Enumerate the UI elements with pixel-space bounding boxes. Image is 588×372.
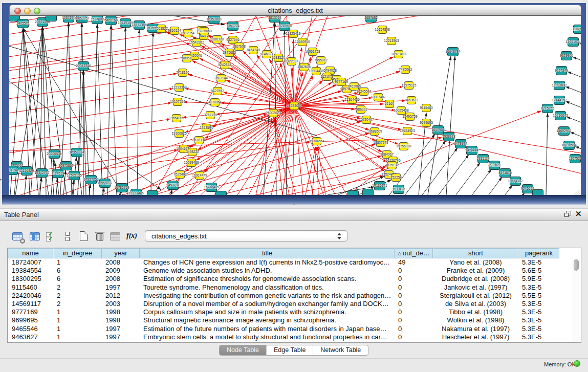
- table-row[interactable]: 946362711997Embryonic stem cells: a mode…: [8, 333, 581, 341]
- table-settings-icon[interactable]: [11, 230, 24, 243]
- graph-node[interactable]: 10653267: [74, 16, 90, 23]
- column-header-out_degree[interactable]: △out_de…: [395, 248, 433, 258]
- graph-node[interactable]: 10107554: [170, 98, 185, 106]
- column-header-year[interactable]: year: [102, 248, 140, 258]
- graph-node[interactable]: 7625402: [173, 171, 187, 179]
- graph-node[interactable]: 1167533: [569, 155, 581, 163]
- select-rows-icon[interactable]: ✓ ✓: [45, 230, 57, 243]
- graph-node[interactable]: 16154808: [375, 26, 390, 34]
- table-row[interactable]: 1938455462009Genome-wide association stu…: [8, 267, 581, 275]
- graph-node[interactable]: 30975867: [58, 162, 74, 170]
- graph-node[interactable]: 8678334: [192, 137, 206, 144]
- graph-node[interactable]: 7632621: [488, 161, 501, 170]
- graph-node[interactable]: 17957253: [83, 176, 99, 184]
- float-panel-icon[interactable]: [564, 211, 572, 217]
- column-header-pagerank[interactable]: pagerank: [518, 248, 559, 258]
- graph-node[interactable]: 12093872: [552, 81, 567, 90]
- graph-node[interactable]: [46, 16, 57, 21]
- graph-node[interactable]: 8454749: [247, 47, 260, 54]
- graph-node[interactable]: 12505135: [67, 171, 82, 180]
- graph-node[interactable]: 15751074: [565, 38, 581, 47]
- graph-node[interactable]: 15692971: [556, 127, 572, 136]
- graph-node[interactable]: 14136141: [372, 182, 387, 190]
- column-header-short[interactable]: short: [433, 248, 518, 258]
- graph-node[interactable]: 4170064: [208, 99, 222, 106]
- table-row[interactable]: 1872400712008Changes of HCN gene express…: [8, 258, 581, 267]
- graph-node[interactable]: 19218506: [277, 22, 292, 31]
- graph-node[interactable]: 6466160: [104, 16, 118, 25]
- graph-node[interactable]: 8322037: [285, 58, 298, 65]
- split-divider-grip[interactable]: ⌃: [291, 204, 297, 208]
- table-row[interactable]: 977716911998Corpus callosum shape and si…: [8, 308, 581, 316]
- graph-node[interactable]: 17359934: [69, 148, 84, 157]
- graph-node[interactable]: 10353809: [206, 16, 222, 24]
- new-document-icon[interactable]: [78, 230, 91, 243]
- graph-node[interactable]: 98961: [182, 55, 192, 62]
- graph-node[interactable]: 8813054: [268, 16, 281, 23]
- graph-node[interactable]: 16671355: [132, 21, 147, 30]
- column-header-title[interactable]: title: [140, 248, 395, 258]
- graph-node[interactable]: 9699695: [420, 119, 433, 127]
- graph-node[interactable]: 9227349: [555, 67, 568, 75]
- graph-node[interactable]: 19756928: [396, 143, 411, 150]
- graph-node[interactable]: 2935114: [476, 155, 490, 163]
- graph-node[interactable]: 2687682: [364, 16, 378, 23]
- graph-node[interactable]: 17016504: [561, 141, 577, 150]
- import-table-icon[interactable]: [109, 230, 122, 243]
- graph-node[interactable]: 6479197: [454, 140, 467, 148]
- graph-node[interactable]: 9115460: [420, 104, 433, 112]
- graph-node[interactable]: 252254: [390, 174, 402, 182]
- tab-node-table[interactable]: Node Table: [220, 345, 266, 355]
- graph-node[interactable]: 12213963: [384, 37, 399, 45]
- graph-node[interactable]: 19654985: [169, 115, 184, 122]
- graph-node[interactable]: 1037199: [62, 16, 75, 23]
- graph-node[interactable]: 7357224: [226, 22, 239, 31]
- graph-node[interactable]: 1117549: [573, 25, 581, 34]
- table-scrollbar-thumb[interactable]: [574, 259, 579, 271]
- graph-node[interactable]: 1588520: [272, 54, 285, 62]
- column-header-name[interactable]: name: [8, 248, 53, 258]
- graph-node[interactable]: 62160: [385, 100, 395, 108]
- graph-node[interactable]: 10807487: [371, 94, 386, 101]
- graph-node[interactable]: 3267110: [204, 112, 217, 119]
- graph-node[interactable]: 11156829: [19, 167, 34, 176]
- table-row[interactable]: 1830029562008Estimation of significance …: [8, 275, 581, 283]
- graph-node[interactable]: 10688609: [367, 128, 382, 136]
- graph-node[interactable]: 8471676: [498, 169, 512, 178]
- graph-node[interactable]: 12323446: [128, 189, 144, 195]
- graph-node[interactable]: 2718126: [176, 69, 189, 77]
- graph-node[interactable]: 12213369: [171, 84, 187, 92]
- graph-node[interactable]: 3875685: [223, 49, 236, 57]
- graph-node[interactable]: 16782759: [114, 184, 129, 192]
- graph-node[interactable]: 9463627: [405, 97, 418, 104]
- left-panel-expand-arrow[interactable]: ▸: [0, 177, 2, 182]
- graph-node[interactable]: 16961758: [305, 48, 320, 56]
- graph-node[interactable]: 5938928: [442, 133, 455, 141]
- graph-node[interactable]: 21364436: [344, 96, 360, 104]
- graph-node[interactable]: 10958107: [97, 179, 113, 188]
- graph-node[interactable]: 12444157: [552, 96, 567, 105]
- graph-node[interactable]: 7955812: [314, 57, 328, 64]
- column-chooser-icon[interactable]: [29, 230, 41, 243]
- column-header-in_degree[interactable]: in_degree: [53, 248, 102, 258]
- table-scrollbar[interactable]: [573, 258, 580, 342]
- network-table-select[interactable]: citations_edges.txt: [145, 230, 347, 242]
- graph-node[interactable]: 7986322: [354, 106, 367, 114]
- graph-node[interactable]: 10654112: [508, 177, 523, 186]
- graph-node[interactable]: 1114519: [52, 169, 64, 178]
- close-panel-icon[interactable]: ✕: [575, 209, 582, 218]
- graph-node[interactable]: 19166825: [171, 130, 187, 138]
- row-height-icon[interactable]: [61, 230, 74, 243]
- graph-node[interactable]: 1733426: [392, 185, 405, 194]
- graph-node[interactable]: 9457791: [166, 181, 180, 190]
- table-row[interactable]: 2242004622012Investigating the contribut…: [8, 292, 581, 300]
- tab-network-table[interactable]: Network Table: [313, 345, 368, 355]
- graph-node[interactable]: [363, 189, 374, 195]
- graph-node[interactable]: 1640954: [431, 126, 445, 135]
- graph-node[interactable]: [216, 191, 227, 195]
- delete-icon[interactable]: [94, 230, 106, 243]
- table-row[interactable]: 946554611997Estimation of the future num…: [8, 325, 581, 333]
- graph-node[interactable]: 19904438: [309, 68, 324, 75]
- graph-node[interactable]: 15640910: [295, 38, 310, 46]
- graph-node[interactable]: 391194: [9, 166, 18, 175]
